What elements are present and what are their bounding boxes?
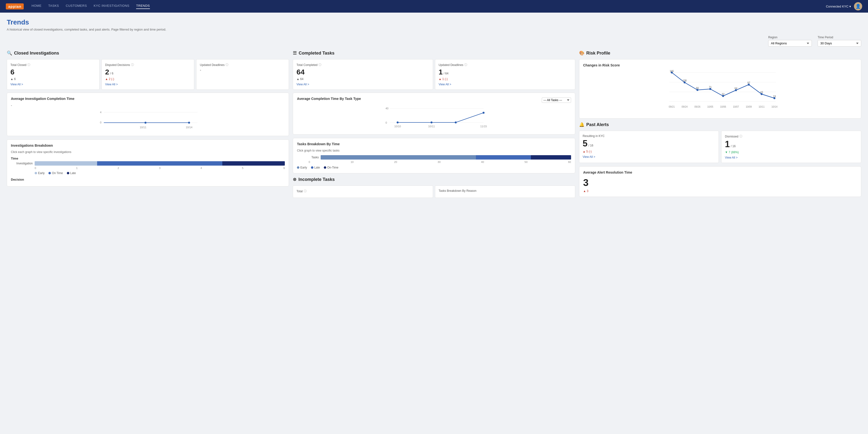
tasks-bar-track[interactable] [321, 155, 571, 160]
total-completed-info-icon[interactable]: ⓘ [318, 63, 321, 67]
updated-deadlines-tasks-value: 1 [439, 68, 443, 76]
updated-deadlines-tasks-view-all[interactable]: View All > [439, 83, 571, 86]
task-type-select[interactable]: --- All Tasks --- KYC Review Document Ch… [542, 97, 571, 103]
completed-tasks-title: Completed Tasks [299, 51, 335, 56]
nav-trends[interactable]: TRENDS [136, 4, 150, 9]
tasks-breakdown-subtitle: Click graph to view specific tasks [297, 149, 571, 152]
resulting-kyc-value-row: 5 / 16 [583, 139, 715, 148]
tasks-legend-ontime: On-Time [324, 166, 338, 169]
inv-breakdown-subtitle: Click each graph to view specific invest… [11, 150, 285, 154]
total-completed-label: Total Completed ⓘ [297, 63, 429, 67]
incomplete-total-card: Total ⓘ [293, 185, 433, 198]
tasks-late-dot [311, 166, 313, 169]
disputed-change: ▲ 2 (-) [105, 77, 191, 81]
dismissed-label: Dismissed ⓘ [725, 134, 858, 139]
total-closed-info-icon[interactable]: ⓘ [27, 63, 30, 67]
total-completed-view-all[interactable]: View All > [297, 83, 429, 86]
region-filter: Region All Regions North America Europe … [768, 36, 812, 47]
avg-task-title: Average Completion Time By Task Type [297, 97, 361, 100]
svg-text:10/11: 10/11 [758, 106, 765, 108]
completed-tasks-col: ☰ Completed Tasks Total Completed ⓘ 64 ▲… [293, 51, 575, 200]
dismissed-card: Dismissed ⓘ 1 / 16 ▼ 7 (88%) View All > [721, 131, 861, 163]
risk-profile-header: 🎨 Risk Profile [579, 51, 861, 56]
nav-kyc[interactable]: KYC INVESTIGATIONS [94, 4, 129, 9]
total-closed-change: ▲ 6 [10, 77, 96, 81]
total-closed-view-all[interactable]: View All > [10, 83, 96, 86]
page-subtitle: A historical view of closed investigatio… [7, 28, 861, 31]
updated-deadlines-tasks-label: Updated Deadlines ⓘ [439, 63, 571, 67]
svg-point-12 [397, 121, 399, 123]
region-select[interactable]: All Regions North America Europe Asia Pa… [768, 40, 812, 47]
resulting-kyc-view-all[interactable]: View All > [583, 155, 715, 158]
resulting-kyc-change: ▲ 5 (-) [583, 150, 715, 153]
svg-text:32: 32 [722, 93, 724, 95]
tasks-bar-late [476, 155, 531, 160]
nav-home[interactable]: HOME [31, 4, 41, 9]
risk-chart-title: Changes in Risk Score [583, 63, 857, 67]
svg-text:66: 66 [696, 87, 699, 89]
inv-breakdown-title: Investigations Breakdown [11, 144, 285, 147]
svg-text:165: 165 [670, 70, 674, 73]
avatar: 👤 [854, 2, 862, 10]
avg-inv-chart: 4 0 10/11 10/14 [11, 109, 285, 131]
svg-text:43: 43 [760, 91, 763, 94]
user-menu[interactable]: Connected KYC ▾ 👤 [826, 2, 862, 10]
svg-point-14 [455, 121, 457, 123]
inv-bar-late [222, 161, 285, 166]
updated-deadlines-closed-card: Updated Deadlines ⓘ - [196, 59, 289, 90]
disputed-fraction: / 6 [110, 72, 113, 75]
page-title: Trends [7, 19, 861, 26]
updated-deadlines-closed-value: - [200, 68, 285, 72]
resulting-kyc-label: Resulting in KYC [583, 134, 715, 138]
nav-tasks[interactable]: TASKS [48, 4, 59, 9]
dismissed-info-icon[interactable]: ⓘ [739, 134, 742, 139]
svg-text:19: 19 [773, 95, 776, 98]
svg-text:10/14: 10/14 [186, 126, 192, 129]
incomplete-total-info-icon[interactable]: ⓘ [304, 189, 307, 193]
dismissed-view-all[interactable]: View All > [725, 156, 858, 159]
completed-tasks-header: ☰ Completed Tasks [293, 51, 575, 56]
svg-text:10/11: 10/11 [140, 126, 147, 129]
tasks-ontime-dot [324, 166, 326, 169]
svg-text:64: 64 [735, 87, 738, 90]
svg-text:10/07: 10/07 [733, 106, 739, 108]
svg-text:0: 0 [100, 121, 101, 124]
incomplete-tasks-title: Incomplete Tasks [299, 177, 335, 182]
navbar: appian HOME TASKS CUSTOMERS KYC INVESTIG… [0, 0, 868, 12]
tasks-breakdown-title: Tasks Breakdown By Time [297, 142, 571, 146]
inv-bar-track[interactable] [35, 161, 285, 166]
legend-early: Early [35, 171, 44, 175]
tasks-breakdown-legend: Early Late On-Time [297, 166, 571, 169]
tasks-ontime-label: On-Time [327, 166, 338, 169]
completed-stat-grid: Total Completed ⓘ 64 ▲ 64 View All > Upd… [293, 59, 575, 90]
avg-alert-resolution-title: Average Alert Resolution Time [583, 170, 857, 174]
total-closed-card: Total Closed ⓘ 6 ▲ 6 View All > [7, 59, 99, 90]
incomplete-tasks-header: ⊗ Incomplete Tasks [293, 177, 575, 182]
app-logo[interactable]: appian [6, 3, 24, 9]
avg-inv-completion-card: Average Investigation Completion Time - … [7, 93, 289, 136]
tasks-bar-early [321, 155, 476, 160]
svg-text:10/09: 10/09 [746, 106, 752, 108]
updated-deadlines-tasks-info-icon[interactable]: ⓘ [464, 63, 467, 67]
disputed-info-icon[interactable]: ⓘ [131, 63, 134, 67]
svg-text:40: 40 [385, 107, 389, 110]
updated-deadlines-closed-info-icon[interactable]: ⓘ [225, 63, 228, 67]
search-icon: 🔍 [7, 51, 12, 56]
updated-deadlines-tasks-card: Updated Deadlines ⓘ 1 / 64 ▲ 1 (-) View … [435, 59, 575, 90]
avg-alert-resolution-card: Average Alert Resolution Time 3 ▲ 3 [579, 166, 861, 197]
time-select[interactable]: 30 Days 60 Days 90 Days 1 Year [817, 40, 861, 47]
svg-text:09/24: 09/24 [682, 106, 688, 108]
tasks-legend-early: Early [297, 166, 307, 169]
nav-customers[interactable]: CUSTOMERS [66, 4, 87, 9]
incomplete-breakdown-card: Tasks Breakdown By Reason [435, 185, 575, 198]
disputed-view-all[interactable]: View All > [105, 83, 191, 86]
user-label: Connected KYC ▾ [826, 5, 851, 8]
svg-point-5 [188, 122, 190, 124]
disputed-value-row: 2 / 6 [105, 68, 191, 76]
late-dot [67, 172, 69, 174]
svg-text:97: 97 [747, 82, 750, 84]
updated-deadlines-tasks-value-row: 1 / 64 [439, 68, 571, 76]
avg-task-chart: 40 0 10/10 10/11 11/15 [297, 106, 571, 130]
closed-investigations-col: 🔍 Closed Investigations Total Closed ⓘ 6… [7, 51, 289, 200]
total-completed-card: Total Completed ⓘ 64 ▲ 64 View All > [293, 59, 433, 90]
